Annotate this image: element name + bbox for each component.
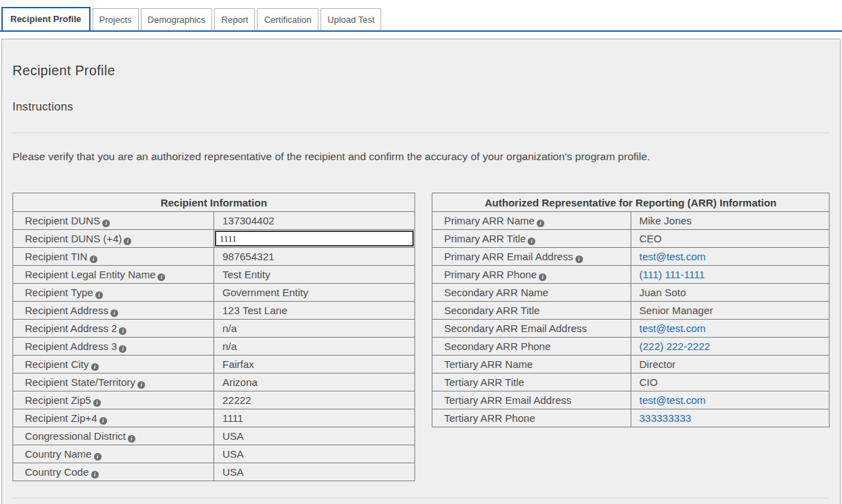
tab-projects[interactable]: Projects [93, 8, 139, 30]
row-value-cell: USA [214, 427, 415, 445]
row-value-cell: Test Entity [214, 266, 415, 284]
email-link[interactable]: test@test.com [640, 394, 706, 406]
row-label-cell: Recipient TINi [13, 248, 214, 266]
table-row: Secondary ARR Phone(222) 222-2222 [432, 338, 830, 356]
table-row: Country CodeiUSA [13, 463, 415, 481]
info-icon[interactable]: i [537, 220, 544, 227]
info-icon[interactable]: i [94, 453, 102, 461]
row-label: Secondary ARR Title [444, 304, 539, 316]
row-value: Fairfax [222, 358, 254, 370]
table-row: Recipient Zip5i22222 [13, 391, 415, 409]
tab-report[interactable]: Report [214, 8, 255, 30]
row-value: 137304402 [222, 215, 274, 226]
table-row: Tertiary ARR TitleCIO [432, 374, 830, 391]
row-label-cell: Tertiary ARR Phone [432, 409, 631, 427]
tab-upload-test[interactable]: Upload Test [320, 8, 381, 30]
row-value: USA [222, 430, 244, 442]
row-value: Government Entity [222, 287, 308, 298]
row-value-cell: test@test.com [631, 248, 830, 266]
arr-table-title: Authorized Representative for Reporting … [432, 193, 830, 212]
tab-demographics[interactable]: Demographics [141, 8, 213, 30]
row-label: Recipient City [25, 358, 89, 370]
row-value: USA [222, 466, 244, 478]
row-label: Recipient DUNS [25, 215, 100, 226]
info-icon[interactable]: i [539, 273, 546, 281]
phone-link[interactable]: 333333333 [640, 412, 691, 424]
table-row: Congressional DistrictiUSA [13, 427, 415, 445]
info-icon[interactable]: i [119, 345, 126, 353]
tables-container: Recipient Information Recipient DUNSi137… [12, 193, 830, 481]
info-icon[interactable]: i [91, 471, 99, 478]
row-label-cell: Congressional Districti [13, 427, 214, 445]
bottom-divider [12, 498, 830, 498]
info-icon[interactable]: i [91, 363, 99, 371]
row-label-cell: Recipient Address 3i [13, 338, 214, 356]
info-icon[interactable]: i [128, 435, 135, 443]
row-label: Recipient State/Territory [25, 376, 135, 388]
info-icon[interactable]: i [137, 381, 145, 389]
table-row: Tertiary ARR Phone333333333 [432, 409, 830, 427]
row-value: Arizona [222, 376, 258, 388]
table-row: Recipient Address 3in/a [13, 338, 415, 356]
email-link[interactable]: test@test.com [640, 251, 706, 262]
row-value: 123 Test Lane [222, 304, 287, 316]
divider [12, 133, 830, 133]
arr-information-table: Authorized Representative for Reporting … [432, 193, 830, 427]
row-value-cell: USA [214, 445, 415, 463]
table-row: Tertiary ARR NameDirector [432, 356, 830, 374]
phone-link[interactable]: (111) 111-1111 [640, 269, 705, 280]
info-icon[interactable]: i [95, 291, 103, 299]
row-label: Secondary ARR Phone [444, 340, 551, 352]
info-icon[interactable]: i [111, 309, 118, 317]
info-icon[interactable]: i [93, 399, 101, 407]
row-value-cell: 987654321 [214, 248, 415, 266]
row-label: Country Name [25, 448, 92, 460]
tab-recipient-profile[interactable]: Recipient Profile [1, 7, 90, 32]
row-label: Tertiary ARR Phone [444, 412, 535, 424]
row-value-cell: test@test.com [631, 391, 830, 409]
row-label: Recipient Zip+4 [25, 412, 97, 424]
phone-link[interactable]: (222) 222-2222 [640, 340, 711, 352]
row-label: Recipient Legal Entity Name [25, 269, 155, 280]
info-icon[interactable]: i [528, 238, 535, 245]
row-label-cell: Recipient DUNS (+4)i [13, 230, 214, 248]
row-label-cell: Recipient Legal Entity Namei [13, 266, 214, 284]
row-label: Recipient Address 2 [25, 322, 117, 334]
table-row: Secondary ARR TitleSenior Manager [432, 302, 830, 320]
row-value-cell: 1111 [214, 409, 415, 427]
row-value-cell: Mike Jones [631, 212, 830, 230]
info-icon[interactable]: i [157, 273, 165, 281]
info-icon[interactable]: i [90, 255, 97, 263]
table-row: Primary ARR Email Addressitest@test.com [432, 248, 830, 266]
info-icon[interactable]: i [102, 220, 110, 227]
row-label-cell: Tertiary ARR Email Address [432, 391, 631, 409]
email-link[interactable]: test@test.com [640, 322, 706, 334]
row-label-cell: Country Codei [13, 463, 214, 481]
info-icon[interactable]: i [124, 238, 131, 245]
row-label-cell: Recipient Address 2i [13, 320, 214, 338]
row-label: Secondary ARR Email Address [444, 322, 587, 334]
row-value-cell: Arizona [214, 374, 415, 391]
row-label: Country Code [25, 466, 89, 478]
row-value: Director [640, 358, 676, 370]
row-label-cell: Recipient State/Territoryi [13, 374, 214, 391]
row-value-cell: CIO [631, 374, 830, 391]
row-label-cell: Primary ARR Titlei [432, 230, 631, 248]
recipient-duns-plus4-input[interactable] [215, 231, 414, 246]
info-icon[interactable]: i [575, 255, 583, 263]
table-row: Recipient Addressi123 Test Lane [13, 302, 415, 320]
row-value: n/a [222, 322, 237, 334]
row-value-cell: (111) 111-1111 [631, 266, 830, 284]
row-value-cell: 333333333 [631, 409, 830, 427]
table-row: Recipient State/TerritoryiArizona [13, 374, 415, 391]
info-icon[interactable]: i [99, 417, 107, 425]
row-value-cell: n/a [214, 320, 415, 338]
row-value: USA [222, 448, 244, 460]
table-row: Recipient Address 2in/a [13, 320, 415, 338]
recipient-information-table: Recipient Information Recipient DUNSi137… [12, 193, 415, 481]
tab-certification[interactable]: Certification [257, 8, 318, 30]
info-icon[interactable]: i [119, 327, 126, 335]
row-value-cell: Government Entity [214, 284, 415, 302]
table-row: Recipient Zip+4i1111 [13, 409, 415, 427]
row-label: Primary ARR Phone [444, 269, 537, 280]
